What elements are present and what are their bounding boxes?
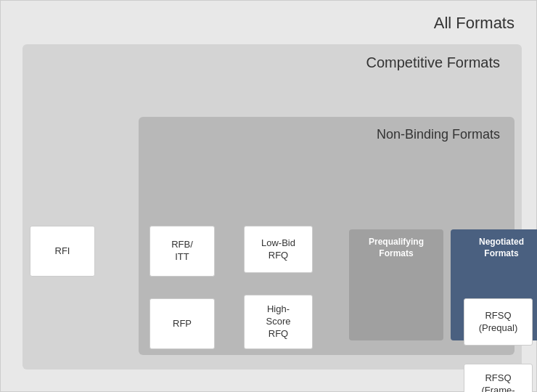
prequalifying-formats-box: PrequalifyingFormats <box>349 229 443 340</box>
lowbid-rfq-card: Low-BidRFQ <box>244 226 313 273</box>
rfsq-framework-label: RFSQ(Frame-work) <box>481 372 515 392</box>
rfsq-prequal-card: RFSQ(Prequal) <box>464 298 533 346</box>
highscore-rfq-label: High-ScoreRFQ <box>266 303 291 340</box>
all-formats-label: All Formats <box>434 14 515 33</box>
lowbid-rfq-label: Low-BidRFQ <box>261 237 295 262</box>
negotiated-formats-label: NegotiatedFormats <box>451 237 537 259</box>
rfp-card: RFP <box>149 298 215 349</box>
competitive-formats-box: Competitive Formats Non-Binding Formats … <box>22 44 522 369</box>
rfsq-prequal-label: RFSQ(Prequal) <box>479 310 517 335</box>
all-formats-container: All Formats Competitive Formats Non-Bind… <box>0 0 537 392</box>
nonbinding-formats-label: Non-Binding Formats <box>377 127 500 142</box>
competitive-formats-label: Competitive Formats <box>366 54 501 71</box>
rfp-label: RFP <box>173 318 192 330</box>
rfsq-framework-card: RFSQ(Frame-work) <box>464 364 533 392</box>
rfi-label: RFI <box>55 245 70 258</box>
rfb-itt-card: RFB/ITT <box>149 226 215 277</box>
prequalifying-formats-label: PrequalifyingFormats <box>349 237 443 259</box>
rfb-itt-label: RFB/ITT <box>171 239 193 264</box>
rfi-card: RFI <box>30 226 95 277</box>
highscore-rfq-card: High-ScoreRFQ <box>244 295 313 349</box>
